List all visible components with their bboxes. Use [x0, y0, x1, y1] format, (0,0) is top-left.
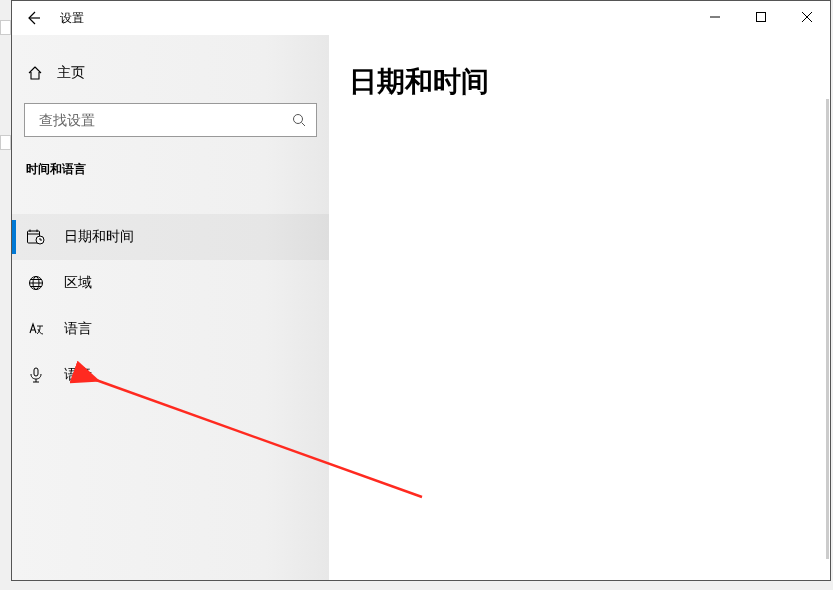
home-icon — [27, 65, 43, 81]
category-header: 时间和语言 — [12, 161, 329, 178]
back-arrow-icon — [25, 10, 41, 26]
calendar-clock-icon — [27, 229, 45, 245]
scrollbar[interactable] — [826, 99, 829, 559]
maximize-button[interactable] — [738, 1, 784, 33]
page-title: 日期和时间 — [349, 63, 810, 101]
close-button[interactable] — [784, 1, 830, 33]
nav-item-datetime[interactable]: 日期和时间 — [12, 214, 329, 260]
globe-icon — [28, 275, 44, 291]
settings-window: 设置 主页 时间和语言 — [11, 0, 831, 581]
close-icon — [802, 12, 812, 22]
search-box[interactable] — [24, 103, 317, 137]
nav-label: 语音 — [64, 366, 92, 384]
minimize-icon — [710, 12, 720, 22]
svg-rect-6 — [34, 368, 38, 376]
content-area: 日期和时间 — [329, 35, 830, 580]
minimize-button[interactable] — [692, 1, 738, 33]
nav-label: 日期和时间 — [64, 228, 134, 246]
microphone-icon — [28, 367, 44, 383]
titlebar: 设置 — [12, 1, 830, 35]
maximize-icon — [756, 12, 766, 22]
search-input[interactable] — [39, 112, 292, 128]
language-icon — [28, 321, 44, 337]
back-button[interactable] — [12, 1, 54, 35]
svg-point-1 — [294, 115, 303, 124]
window-controls — [692, 1, 830, 33]
svg-rect-0 — [757, 13, 766, 22]
home-label: 主页 — [57, 64, 85, 82]
search-icon — [292, 113, 306, 127]
nav-label: 区域 — [64, 274, 92, 292]
sidebar: 主页 时间和语言 日期和时间 区域 语言 — [12, 35, 329, 580]
nav-item-speech[interactable]: 语音 — [12, 352, 329, 398]
nav-item-region[interactable]: 区域 — [12, 260, 329, 306]
nav-item-language[interactable]: 语言 — [12, 306, 329, 352]
home-button[interactable]: 主页 — [12, 53, 329, 93]
window-title: 设置 — [60, 10, 84, 27]
nav-label: 语言 — [64, 320, 92, 338]
